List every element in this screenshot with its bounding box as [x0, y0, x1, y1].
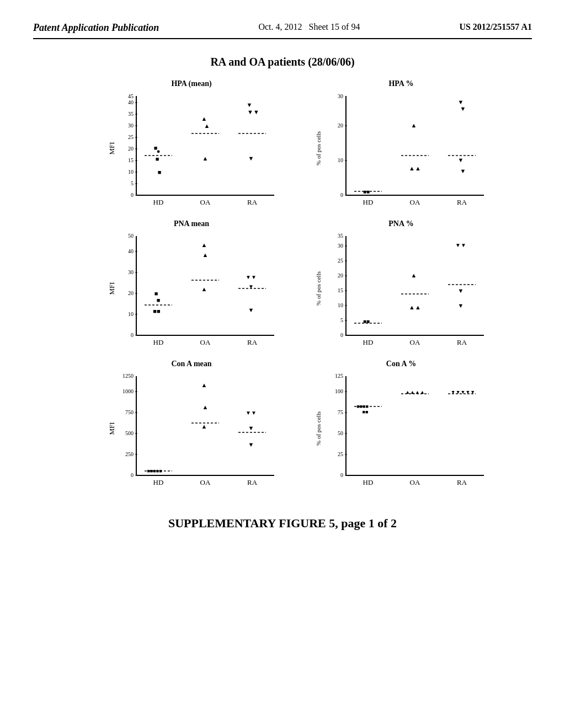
svg-text:HD: HD — [153, 478, 164, 486]
svg-text:750: 750 — [125, 409, 134, 415]
svg-text:OA: OA — [410, 198, 420, 206]
svg-text:0: 0 — [340, 472, 343, 478]
svg-text:▼: ▼ — [458, 157, 464, 163]
chart-cona-pct-title: Con A % — [313, 360, 489, 368]
svg-text:HD: HD — [153, 198, 164, 206]
svg-text:10: 10 — [338, 157, 343, 163]
chart-hpa-pct: HPA % % of pos cells 0 10 20 30 — [313, 79, 489, 214]
chart-pna-mean: PNA mean MFI 0 10 20 30 40 50 — [103, 220, 280, 354]
svg-text:▲▲: ▲▲ — [409, 165, 421, 172]
svg-text:▼: ▼ — [458, 302, 464, 309]
svg-text:500: 500 — [125, 430, 134, 436]
svg-text:▲: ▲ — [204, 122, 210, 129]
chart-hpa-mean-title: HPA (mean) — [103, 79, 280, 88]
svg-text:RA: RA — [457, 478, 467, 486]
svg-text:▼: ▼ — [458, 99, 464, 105]
svg-text:10: 10 — [128, 311, 134, 317]
svg-text:HD: HD — [153, 338, 164, 346]
svg-text:5: 5 — [340, 317, 343, 323]
svg-text:▼▼: ▼▼ — [246, 410, 257, 416]
svg-text:▼▼: ▼▼ — [247, 109, 259, 115]
svg-text:40: 40 — [128, 99, 134, 105]
svg-text:1250: 1250 — [122, 373, 134, 379]
chart-pna-mean-svg: MFI 0 10 20 30 40 50 HD OA RA — [103, 231, 280, 352]
charts-container: HPA (mean) MFI 0 5 10 15 20 25 30 35 — [33, 79, 532, 494]
svg-text:% of pos cells: % of pos cells — [315, 411, 322, 446]
svg-text:▼: ▼ — [458, 287, 464, 294]
chart-pna-pct-svg: % of pos cells 0 5 10 15 20 25 30 35 — [313, 231, 489, 352]
chart-hpa-pct-title: HPA % — [313, 79, 489, 88]
svg-text:15: 15 — [128, 157, 134, 163]
svg-text:▲: ▲ — [202, 251, 209, 258]
svg-text:▲: ▲ — [201, 286, 207, 292]
page-header: Patent Application Publication Oct. 4, 2… — [33, 22, 532, 39]
svg-text:■: ■ — [157, 297, 161, 303]
chart-pna-pct-title: PNA % — [313, 220, 489, 228]
svg-text:0: 0 — [340, 192, 343, 198]
page: Patent Application Publication Oct. 4, 2… — [0, 0, 565, 728]
svg-text:▲: ▲ — [201, 115, 207, 122]
svg-text:▲: ▲ — [201, 242, 207, 248]
svg-text:40: 40 — [128, 248, 134, 254]
svg-text:▼▼: ▼▼ — [246, 274, 257, 280]
svg-text:▲: ▲ — [411, 122, 417, 129]
svg-text:OA: OA — [410, 338, 420, 346]
svg-text:▲▲: ▲▲ — [409, 304, 421, 311]
svg-text:35: 35 — [338, 233, 343, 239]
svg-text:OA: OA — [410, 478, 420, 486]
chart-hpa-pct-svg: % of pos cells 0 10 20 30 HD OA RA ■■ — [313, 90, 489, 212]
svg-text:▼: ▼ — [248, 425, 254, 431]
svg-text:▼▼: ▼▼ — [455, 242, 466, 248]
svg-text:10: 10 — [128, 169, 134, 175]
svg-text:OA: OA — [200, 198, 211, 206]
svg-text:▼: ▼ — [460, 105, 466, 112]
svg-text:HD: HD — [363, 338, 374, 346]
svg-text:20: 20 — [128, 146, 134, 152]
svg-text:10: 10 — [338, 302, 343, 308]
svg-text:% of pos cells: % of pos cells — [315, 271, 322, 306]
svg-text:50: 50 — [128, 233, 134, 239]
svg-text:% of pos cells: % of pos cells — [315, 131, 322, 165]
svg-text:RA: RA — [247, 198, 258, 206]
svg-text:▼: ▼ — [248, 155, 254, 162]
svg-text:RA: RA — [247, 478, 258, 486]
svg-text:125: 125 — [335, 373, 343, 379]
chart-pna-mean-title: PNA mean — [103, 220, 280, 228]
header-center: Oct. 4, 2012 Sheet 15 of 94 — [258, 22, 360, 32]
svg-text:■■: ■■ — [363, 409, 369, 415]
svg-text:RA: RA — [457, 198, 467, 206]
svg-text:■: ■ — [154, 290, 158, 297]
chart-cona-pct-svg: % of pos cells 0 25 50 75 100 125 HD OA … — [313, 371, 489, 492]
svg-text:20: 20 — [338, 272, 343, 279]
svg-text:15: 15 — [338, 287, 343, 293]
svg-text:30: 30 — [128, 122, 134, 129]
svg-text:▼: ▼ — [460, 168, 466, 174]
chart-hpa-mean: HPA (mean) MFI 0 5 10 15 20 25 30 35 — [103, 79, 280, 214]
svg-text:▼: ▼ — [248, 441, 254, 448]
svg-text:25: 25 — [338, 258, 343, 264]
svg-text:45: 45 — [128, 93, 134, 99]
chart-row-1: HPA (mean) MFI 0 5 10 15 20 25 30 35 — [33, 79, 532, 214]
svg-text:RA: RA — [457, 338, 467, 346]
svg-text:25: 25 — [128, 134, 134, 140]
svg-text:▲: ▲ — [201, 382, 207, 388]
svg-text:0: 0 — [131, 332, 134, 338]
svg-text:100: 100 — [335, 388, 343, 394]
svg-text:35: 35 — [128, 111, 134, 117]
svg-text:▲: ▲ — [201, 423, 207, 430]
chart-cona-mean-title: Con A mean — [103, 360, 280, 368]
svg-text:MFI: MFI — [108, 282, 116, 295]
svg-text:▼: ▼ — [247, 101, 253, 108]
svg-text:▲: ▲ — [202, 155, 209, 162]
svg-text:250: 250 — [125, 451, 134, 457]
chart-hpa-mean-svg: MFI 0 5 10 15 20 25 30 35 40 45 — [103, 90, 280, 212]
svg-text:75: 75 — [338, 409, 343, 415]
svg-text:■■: ■■ — [153, 308, 160, 314]
main-title: RA and OA patients (28/06/06) — [33, 56, 532, 68]
chart-cona-pct: Con A % % of pos cells 0 25 50 75 100 12… — [313, 360, 489, 494]
svg-text:5: 5 — [131, 180, 134, 186]
svg-text:30: 30 — [128, 269, 134, 275]
svg-text:MFI: MFI — [108, 142, 116, 154]
chart-cona-mean-svg: MFI 0 250 500 750 1000 1250 HD OA RA — [103, 371, 280, 492]
svg-text:50: 50 — [338, 430, 343, 436]
